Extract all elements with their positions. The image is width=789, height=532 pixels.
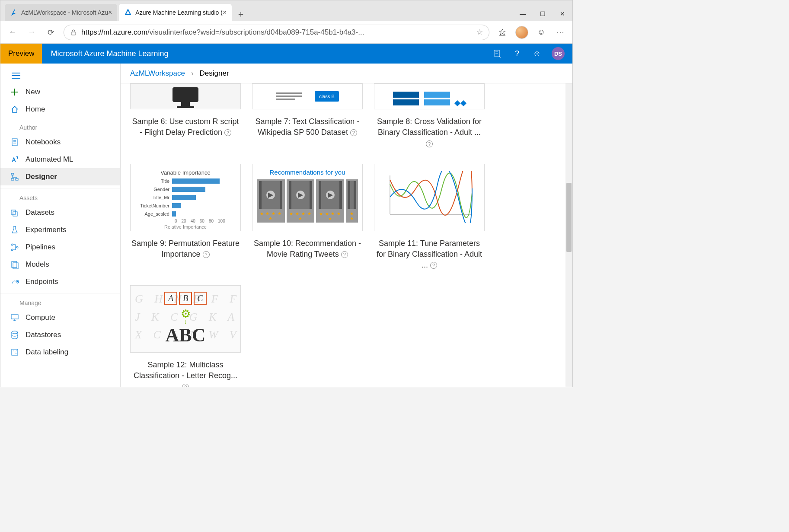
sidebar-section-author: Author <box>0 118 120 134</box>
browser-tab[interactable]: AzMLWorkspace - Microsoft Azu × <box>5 4 117 21</box>
card-thumbnail <box>374 164 485 231</box>
content-scroll[interactable]: Sample 6: Use custom R script - Flight D… <box>121 83 572 387</box>
info-icon[interactable]: ? <box>350 129 357 136</box>
browser-tabstrip: AzMLWorkspace - Microsoft Azu × Azure Ma… <box>0 0 248 21</box>
card-title: Sample 10: Recommendation - Movie Rating… <box>252 238 363 260</box>
address-bar[interactable]: https://ml.azure.com/visualinterface?wsi… <box>64 25 489 40</box>
sidebar-item-compute[interactable]: Compute <box>0 309 120 326</box>
feedback-smile-icon[interactable]: ☺ <box>535 26 547 38</box>
favorites-button[interactable] <box>496 26 508 38</box>
sidebar-item-home[interactable]: Home <box>0 101 120 118</box>
sample-card[interactable]: Sample 11: Tune Parameters for Binary Cl… <box>374 164 485 271</box>
card-thumbnail: Recommendations for you ▶★ ★ ★ ★ ★ ▶★ ★ … <box>252 164 363 231</box>
sidebar-label: Automated ML <box>26 155 73 164</box>
maximize-button[interactable]: ☐ <box>533 6 553 21</box>
smile-icon[interactable]: ☺ <box>532 48 542 59</box>
sidebar-item-models[interactable]: Models <box>0 256 120 273</box>
app-body: New Home Author Notebooks Automated ML D… <box>0 64 572 387</box>
svg-rect-17 <box>16 178 18 180</box>
sidebar-label: Experiments <box>26 226 66 234</box>
info-icon[interactable]: ? <box>182 384 189 387</box>
info-icon[interactable]: ? <box>426 140 433 147</box>
app-header: Preview Microsoft Azure Machine Learning… <box>0 44 572 64</box>
card-title: Sample 9: Permutation Feature Importance… <box>130 238 241 260</box>
svg-marker-0 <box>11 10 16 16</box>
sample-card[interactable]: Variable Importance TitleGenderTitle_MrT… <box>130 164 241 271</box>
datasets-icon <box>10 208 19 217</box>
svg-rect-24 <box>13 263 18 269</box>
info-icon[interactable]: ? <box>203 251 210 258</box>
info-icon[interactable]: ? <box>430 262 437 269</box>
pipeline-icon <box>10 242 19 252</box>
more-button[interactable]: ⋯ <box>554 26 566 38</box>
breadcrumb-workspace-link[interactable]: AzMLWorkspace <box>130 69 185 78</box>
sidebar-label: Notebooks <box>26 138 61 147</box>
back-button[interactable]: ← <box>6 26 19 38</box>
card-title: Sample 11: Tune Parameters for Binary Cl… <box>374 238 485 271</box>
sidebar-item-pipelines[interactable]: Pipelines <box>0 239 120 256</box>
tune-parameters-chart <box>374 164 484 231</box>
sample-card[interactable]: ABC ⚙↓ ABC Sample 12: Multiclass Classif… <box>130 285 241 387</box>
sidebar-item-notebooks[interactable]: Notebooks <box>0 134 120 151</box>
browser-window: AzMLWorkspace - Microsoft Azu × Azure Ma… <box>0 0 573 387</box>
svg-rect-33 <box>177 106 194 108</box>
sidebar-label: Data labeling <box>26 348 68 357</box>
svg-rect-19 <box>13 212 17 216</box>
tab-title: Azure Machine Learning studio ( <box>135 9 223 16</box>
close-icon[interactable]: × <box>223 9 227 16</box>
forward-button[interactable]: → <box>26 26 38 38</box>
close-window-button[interactable]: ✕ <box>553 6 572 21</box>
sidebar-item-datastores[interactable]: Datastores <box>0 326 120 344</box>
card-thumbnail <box>130 83 241 109</box>
sidebar-label: Datastores <box>26 331 61 339</box>
scrollbar-track[interactable] <box>565 83 572 387</box>
form-icon[interactable] <box>492 48 502 59</box>
aml-icon <box>124 9 132 16</box>
sidebar-section-manage: Manage <box>0 293 120 309</box>
hamburger-button[interactable] <box>0 68 120 83</box>
svg-rect-31 <box>172 87 198 102</box>
scrollbar-thumb[interactable] <box>566 183 572 252</box>
sidebar-item-new[interactable]: New <box>0 83 120 101</box>
svg-point-22 <box>16 246 18 248</box>
breadcrumb-current: Designer <box>200 69 229 78</box>
endpoints-icon <box>10 277 19 287</box>
help-icon[interactable]: ? <box>512 48 522 59</box>
notebook-icon <box>10 137 19 147</box>
info-icon[interactable]: ? <box>224 129 231 136</box>
sidebar-label: Models <box>26 260 49 269</box>
star-icon[interactable]: ☆ <box>476 28 483 37</box>
sample-card[interactable]: class B Sample 7: Text Classification - … <box>252 83 363 149</box>
sidebar-label: Compute <box>26 313 55 322</box>
sidebar-item-experiments[interactable]: Experiments <box>0 221 120 239</box>
sidebar-label: Endpoints <box>26 277 58 286</box>
card-title: Sample 6: Use custom R script - Flight D… <box>130 116 241 138</box>
azure-icon <box>10 9 18 16</box>
sidebar-item-datasets[interactable]: Datasets <box>0 204 120 221</box>
info-icon[interactable]: ? <box>341 251 348 258</box>
sidebar-item-designer[interactable]: Designer <box>0 168 120 185</box>
close-icon[interactable]: × <box>108 9 112 16</box>
user-badge[interactable]: DS <box>552 47 565 60</box>
profile-avatar[interactable] <box>515 26 528 39</box>
svg-rect-15 <box>11 173 14 175</box>
svg-point-29 <box>12 331 18 334</box>
designer-icon <box>10 172 19 182</box>
sidebar-item-data-labeling[interactable]: Data labeling <box>0 344 120 361</box>
sidebar-item-endpoints[interactable]: Endpoints <box>0 273 120 290</box>
new-tab-button[interactable]: ＋ <box>233 6 248 21</box>
card-thumbnail: class B <box>252 83 363 109</box>
svg-point-21 <box>11 249 13 251</box>
url-text: https://ml.azure.com/visualinterface?wsi… <box>81 28 472 37</box>
svg-rect-1 <box>71 32 76 35</box>
svg-rect-23 <box>12 261 17 268</box>
minimize-button[interactable]: — <box>513 6 533 21</box>
sample-card[interactable]: Recommendations for you ▶★ ★ ★ ★ ★ ▶★ ★ … <box>252 164 363 271</box>
browser-tab[interactable]: Azure Machine Learning studio ( × <box>119 4 232 21</box>
lock-icon <box>70 29 77 36</box>
sample-card[interactable]: Sample 8: Cross Validation for Binary Cl… <box>374 83 485 149</box>
sidebar-item-automated-ml[interactable]: Automated ML <box>0 151 120 168</box>
sample-card[interactable]: Sample 6: Use custom R script - Flight D… <box>130 83 241 149</box>
refresh-button[interactable]: ⟳ <box>45 26 57 38</box>
datastore-icon <box>10 330 19 340</box>
